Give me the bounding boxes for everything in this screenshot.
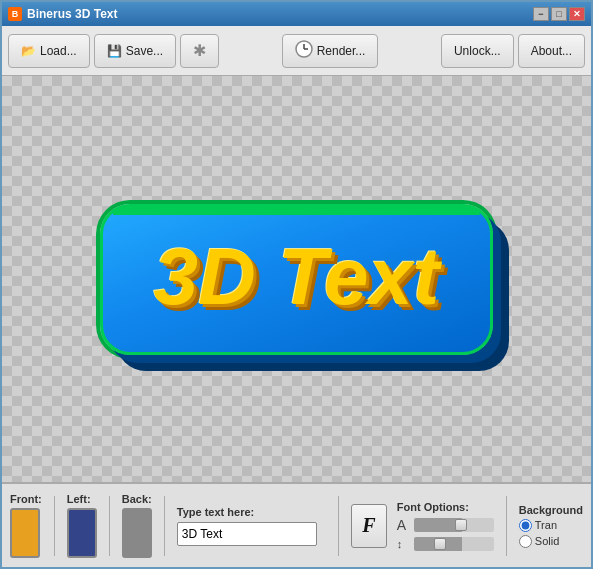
- 3d-shape: 3D Text: [100, 204, 492, 355]
- font-size-slider[interactable]: [414, 518, 494, 532]
- font-button[interactable]: F: [351, 504, 387, 548]
- bg-transparent-row: Tran: [519, 519, 583, 532]
- font-section: F: [351, 504, 387, 548]
- bg-solid-radio[interactable]: [519, 535, 532, 548]
- bottom-panel: Front: Left: Back: Type text here: F: [2, 482, 591, 567]
- 3d-text-container: 3D Text: [100, 204, 492, 355]
- canvas-area: 3D Text: [2, 76, 591, 482]
- divider-4: [338, 496, 339, 556]
- divider-2: [109, 496, 110, 556]
- front-label: Front:: [10, 493, 42, 505]
- background-section: Background Tran Solid: [519, 504, 583, 548]
- font-size-icon: A: [397, 517, 411, 533]
- bg-solid-label: Solid: [535, 535, 559, 547]
- font-spacing-icon: ↕: [397, 538, 411, 550]
- text-input-field[interactable]: [177, 522, 317, 546]
- save-button[interactable]: 💾 Save...: [94, 34, 176, 68]
- left-label: Left:: [67, 493, 91, 505]
- font-options-label: Font Options:: [397, 501, 494, 513]
- bg-transparent-radio[interactable]: [519, 519, 532, 532]
- divider-3: [164, 496, 165, 556]
- type-text-label: Type text here:: [177, 506, 326, 518]
- titlebar: B Binerus 3D Text − □ ✕: [2, 2, 591, 26]
- bg-solid-row: Solid: [519, 535, 583, 548]
- text-input-section: Type text here:: [177, 506, 326, 546]
- size-slider-row: A: [397, 517, 494, 533]
- back-label: Back:: [122, 493, 152, 505]
- star-icon: ✱: [193, 41, 206, 60]
- divider-1: [54, 496, 55, 556]
- back-color-swatch[interactable]: [122, 508, 152, 558]
- font-options-section: Font Options: A ↕: [397, 501, 494, 551]
- window-title: Binerus 3D Text: [27, 7, 533, 21]
- app-window: B Binerus 3D Text − □ ✕ 📂 Load... 💾 Save…: [0, 0, 593, 569]
- bg-transparent-label: Tran: [535, 519, 557, 531]
- left-color-swatch[interactable]: [67, 508, 97, 558]
- back-color-section: Back:: [122, 493, 152, 558]
- unlock-button[interactable]: Unlock...: [441, 34, 514, 68]
- 3d-text: 3D Text: [153, 232, 439, 321]
- front-color-swatch[interactable]: [10, 508, 40, 558]
- render-button[interactable]: Render...: [282, 34, 379, 68]
- font-icon: F: [362, 514, 375, 537]
- maximize-button[interactable]: □: [551, 7, 567, 21]
- close-button[interactable]: ✕: [569, 7, 585, 21]
- load-button[interactable]: 📂 Load...: [8, 34, 90, 68]
- front-color-section: Front:: [10, 493, 42, 558]
- bg-label: Background: [519, 504, 583, 516]
- save-icon: 💾: [107, 44, 122, 58]
- app-icon: B: [8, 7, 22, 21]
- window-controls: − □ ✕: [533, 7, 585, 21]
- divider-5: [506, 496, 507, 556]
- toolbar: 📂 Load... 💾 Save... ✱ Render... Unlock..…: [2, 26, 591, 76]
- load-icon: 📂: [21, 44, 36, 58]
- about-button[interactable]: About...: [518, 34, 585, 68]
- star-button[interactable]: ✱: [180, 34, 219, 68]
- clock-icon: [295, 40, 313, 61]
- left-color-section: Left:: [67, 493, 97, 558]
- font-spacing-slider[interactable]: [414, 537, 494, 551]
- spacing-slider-row: ↕: [397, 537, 494, 551]
- minimize-button[interactable]: −: [533, 7, 549, 21]
